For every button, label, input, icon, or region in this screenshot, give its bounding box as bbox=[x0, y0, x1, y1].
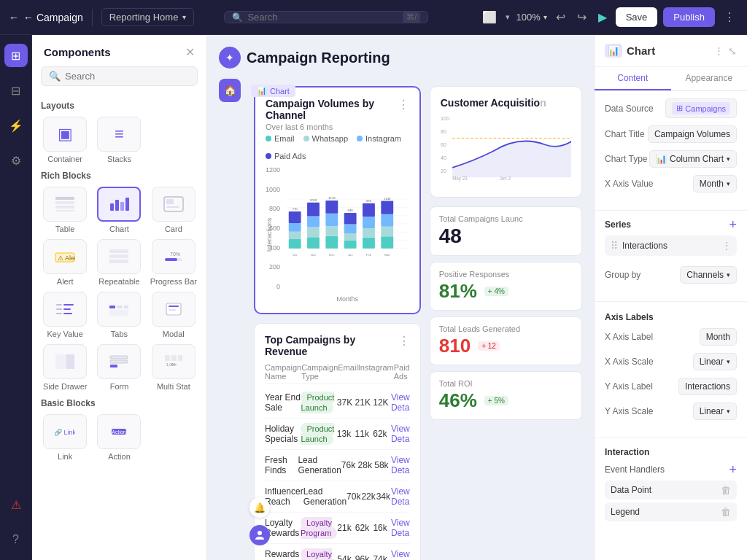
group-by-value[interactable]: Channels ▾ bbox=[680, 266, 737, 284]
row6-email: 54k bbox=[337, 554, 355, 560]
table-header-row: Campaign Name Campaign Type Email Instag… bbox=[265, 360, 410, 384]
components-search[interactable]: 🔍 bbox=[41, 66, 198, 86]
chart-type-value[interactable]: 📊 Column Chart ▾ bbox=[649, 150, 737, 168]
comp-stacks-label: Stacks bbox=[107, 155, 131, 163]
components-panel: Components ✕ 🔍 Layouts ▣ Container ≡ Sta… bbox=[32, 35, 207, 560]
back-arrow-icon: ← bbox=[9, 12, 19, 23]
notification-icon[interactable]: 🔔 bbox=[249, 497, 270, 518]
save-button[interactable]: Save bbox=[616, 7, 658, 27]
svg-rect-2 bbox=[55, 206, 74, 209]
cust-acq-header: Customer Acquisition bbox=[441, 97, 571, 109]
row1-link[interactable]: View Deta bbox=[391, 392, 410, 413]
svg-text:1010: 1010 bbox=[310, 198, 317, 202]
back-button[interactable]: ← ← Campaign bbox=[9, 12, 83, 23]
breadcrumb[interactable]: Reporting Home ▾ bbox=[101, 8, 195, 26]
comp-side-drawer[interactable]: Side Drawer bbox=[41, 344, 89, 391]
comp-progress-bar[interactable]: 70% Progress Bar bbox=[150, 239, 198, 286]
comp-container[interactable]: ▣ Container bbox=[41, 117, 89, 163]
comp-form[interactable]: Form bbox=[95, 344, 143, 391]
comp-chart[interactable]: Chart bbox=[95, 187, 143, 233]
collapse-icon[interactable]: ⤡ bbox=[728, 45, 737, 57]
close-button[interactable]: ✕ bbox=[185, 45, 195, 59]
svg-text:1178: 1178 bbox=[328, 196, 336, 200]
tab-appearance[interactable]: Appearance bbox=[671, 67, 748, 90]
zoom-value: 100% bbox=[516, 12, 540, 23]
svg-rect-20 bbox=[63, 304, 74, 306]
legend-instagram-dot bbox=[357, 136, 363, 141]
x-axis-label-value[interactable]: Month bbox=[700, 328, 737, 346]
chart-title-value[interactable]: Campaign Volumes bbox=[648, 125, 737, 143]
datasource-value[interactable]: ⊞ Campaigns bbox=[665, 98, 737, 118]
comp-modal-label: Modal bbox=[163, 330, 185, 338]
svg-rect-19 bbox=[56, 304, 62, 306]
zoom-control[interactable]: 100% ▾ bbox=[516, 12, 546, 23]
svg-point-96 bbox=[258, 531, 262, 535]
publish-button[interactable]: Publish bbox=[663, 7, 715, 27]
comp-tabs[interactable]: Tabs bbox=[95, 292, 143, 338]
comp-alert-label: Alert bbox=[57, 277, 74, 286]
more-options-icon[interactable]: ⋮ bbox=[714, 45, 724, 57]
y-axis-label-value[interactable]: Interactions bbox=[678, 378, 737, 395]
series-more-icon[interactable]: ⋮ bbox=[722, 241, 731, 251]
table-menu-button[interactable]: ⋮ bbox=[398, 334, 410, 348]
svg-rect-24 bbox=[63, 313, 72, 314]
row5-link[interactable]: View Deta bbox=[391, 518, 410, 538]
delete-legend-button[interactable]: 🗑 bbox=[721, 506, 731, 518]
add-series-button[interactable]: + bbox=[729, 218, 737, 231]
search-bar[interactable]: 🔍 ⌘/ bbox=[224, 11, 428, 23]
comp-card[interactable]: Card bbox=[150, 187, 198, 233]
comp-alert[interactable]: ⚠ Alert Alert bbox=[41, 239, 89, 286]
redo-button[interactable]: ↪ bbox=[574, 7, 589, 27]
comp-action[interactable]: Action Action bbox=[95, 414, 143, 461]
comp-table[interactable]: Table bbox=[41, 187, 89, 233]
right-column: Customer Acquisition 100 80 60 40 20 bbox=[430, 86, 582, 560]
add-event-button[interactable]: + bbox=[729, 463, 737, 476]
svg-rect-53 bbox=[289, 239, 301, 249]
sidebar-item-data[interactable]: ⚡ bbox=[4, 114, 28, 137]
row4-link[interactable]: View Deta bbox=[391, 486, 410, 507]
row1-paid: 12K bbox=[373, 397, 391, 408]
comp-modal[interactable]: Modal bbox=[150, 292, 198, 338]
drag-handle-icon[interactable]: ⠿ bbox=[611, 240, 618, 252]
x-axis-scale-value[interactable]: Linear ▾ bbox=[693, 353, 737, 370]
sidebar-item-layers[interactable]: ⊟ bbox=[4, 79, 28, 102]
chart-title-row: Chart Title Campaign Volumes bbox=[605, 125, 737, 143]
undo-button[interactable]: ↩ bbox=[553, 7, 568, 27]
comp-link[interactable]: 🔗 Link Link bbox=[41, 414, 89, 461]
svg-rect-73 bbox=[344, 224, 357, 233]
sidebar-item-warning[interactable]: ⚠ bbox=[4, 493, 28, 516]
device-preview-button[interactable]: ⬜ bbox=[479, 7, 500, 27]
kpi-grid: Total Campaigns Launc 48 Positive Respon… bbox=[430, 206, 582, 420]
svg-rect-26 bbox=[117, 306, 123, 308]
svg-rect-71 bbox=[344, 241, 357, 249]
interaction-section: Interaction Event Handlers + Data Point … bbox=[595, 441, 747, 530]
more-options-button[interactable]: ⋮ bbox=[721, 7, 738, 27]
y-axis-scale-value[interactable]: Linear ▾ bbox=[693, 402, 737, 420]
play-button[interactable]: ▶ bbox=[595, 7, 610, 27]
nav-home[interactable]: 🏠 bbox=[224, 85, 236, 96]
x-axis-label: Months bbox=[286, 295, 409, 303]
row3-link[interactable]: View Deta bbox=[391, 455, 410, 475]
comp-stacks[interactable]: ≡ Stacks bbox=[95, 117, 143, 163]
x-axis-label-row: X Axis Label Month bbox=[605, 328, 737, 346]
row2-link[interactable]: View Deta bbox=[391, 424, 410, 444]
comp-key-value[interactable]: Key Value bbox=[41, 292, 89, 338]
user-avatar[interactable] bbox=[249, 525, 270, 545]
group-by-section: Group by Channels ▾ bbox=[595, 263, 747, 298]
search-input[interactable] bbox=[247, 12, 398, 23]
comp-repeatable[interactable]: Repeatable bbox=[95, 239, 143, 286]
sidebar-item-settings[interactable]: ⚙ bbox=[4, 149, 28, 172]
row6-link[interactable]: View Deta bbox=[391, 549, 410, 560]
comp-tabs-icon bbox=[97, 292, 141, 327]
comp-multi-stat[interactable]: 1,0004 = Multi Stat bbox=[150, 344, 198, 391]
delete-data-point-button[interactable]: 🗑 bbox=[721, 484, 731, 496]
group-by-label: Group by bbox=[605, 270, 640, 280]
sidebar-item-help[interactable]: ? bbox=[4, 528, 28, 551]
chart-menu-button[interactable]: ⋮ bbox=[398, 98, 409, 112]
tab-content[interactable]: Content bbox=[595, 67, 671, 90]
sidebar-item-components[interactable]: ⊞ bbox=[4, 44, 28, 67]
x-axis-value[interactable]: Month ▾ bbox=[693, 175, 737, 192]
row5-email: 21k bbox=[337, 523, 355, 533]
components-search-input[interactable] bbox=[65, 71, 190, 82]
chevron-down-icon[interactable]: ▾ bbox=[506, 12, 510, 22]
